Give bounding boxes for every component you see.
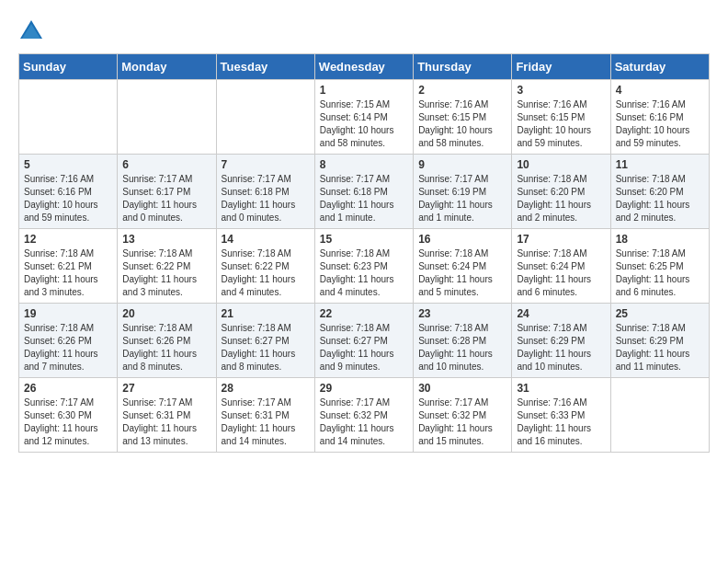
day-number: 31 <box>517 382 605 395</box>
day-number: 17 <box>517 233 605 246</box>
cell-info: Sunrise: 7:17 AMSunset: 6:18 PMDaylight:… <box>222 173 310 224</box>
cell-info: Sunrise: 7:16 AMSunset: 6:15 PMDaylight:… <box>517 98 605 150</box>
calendar-cell: 28Sunrise: 7:17 AMSunset: 6:31 PMDayligh… <box>216 378 314 453</box>
calendar-cell <box>118 80 216 155</box>
calendar-week-row: 19Sunrise: 7:18 AMSunset: 6:26 PMDayligh… <box>19 304 710 378</box>
cell-info: Sunrise: 7:17 AMSunset: 6:31 PMDaylight:… <box>122 396 210 448</box>
weekday-header: Saturday <box>610 54 709 80</box>
day-number: 12 <box>24 233 112 246</box>
day-number: 25 <box>616 307 704 320</box>
cell-info: Sunrise: 7:16 AMSunset: 6:15 PMDaylight:… <box>418 98 506 150</box>
cell-info: Sunrise: 7:18 AMSunset: 6:22 PMDaylight:… <box>222 247 310 299</box>
cell-info: Sunrise: 7:18 AMSunset: 6:27 PMDaylight:… <box>320 322 408 373</box>
calendar-cell: 8Sunrise: 7:17 AMSunset: 6:18 PMDaylight… <box>314 155 413 229</box>
day-number: 19 <box>24 307 112 320</box>
calendar-cell: 25Sunrise: 7:18 AMSunset: 6:29 PMDayligh… <box>610 304 709 378</box>
calendar-cell: 12Sunrise: 7:18 AMSunset: 6:21 PMDayligh… <box>19 229 118 304</box>
calendar-cell: 11Sunrise: 7:18 AMSunset: 6:20 PMDayligh… <box>610 155 709 229</box>
day-number: 18 <box>616 233 704 246</box>
cell-info: Sunrise: 7:17 AMSunset: 6:32 PMDaylight:… <box>418 396 506 448</box>
cell-info: Sunrise: 7:17 AMSunset: 6:19 PMDaylight:… <box>418 173 506 224</box>
day-number: 26 <box>24 382 112 395</box>
day-number: 2 <box>418 84 506 97</box>
cell-info: Sunrise: 7:18 AMSunset: 6:24 PMDaylight:… <box>418 247 506 299</box>
calendar-cell: 5Sunrise: 7:16 AMSunset: 6:16 PMDaylight… <box>19 155 118 229</box>
day-number: 6 <box>122 158 210 171</box>
day-number: 7 <box>222 158 310 171</box>
day-number: 14 <box>222 233 310 246</box>
calendar-table: SundayMondayTuesdayWednesdayThursdayFrid… <box>18 53 710 453</box>
cell-info: Sunrise: 7:16 AMSunset: 6:16 PMDaylight:… <box>616 98 704 150</box>
cell-info: Sunrise: 7:15 AMSunset: 6:14 PMDaylight:… <box>320 98 408 150</box>
calendar-cell: 10Sunrise: 7:18 AMSunset: 6:20 PMDayligh… <box>512 155 610 229</box>
day-number: 4 <box>616 84 704 97</box>
calendar-cell: 16Sunrise: 7:18 AMSunset: 6:24 PMDayligh… <box>414 229 512 304</box>
calendar-cell: 18Sunrise: 7:18 AMSunset: 6:25 PMDayligh… <box>610 229 709 304</box>
cell-info: Sunrise: 7:18 AMSunset: 6:29 PMDaylight:… <box>517 322 605 373</box>
day-number: 28 <box>222 382 310 395</box>
day-number: 5 <box>24 158 112 171</box>
day-number: 21 <box>222 307 310 320</box>
day-number: 16 <box>418 233 506 246</box>
day-number: 1 <box>320 84 408 97</box>
calendar-cell: 17Sunrise: 7:18 AMSunset: 6:24 PMDayligh… <box>512 229 610 304</box>
cell-info: Sunrise: 7:18 AMSunset: 6:29 PMDaylight:… <box>616 322 704 373</box>
day-number: 15 <box>320 233 408 246</box>
cell-info: Sunrise: 7:18 AMSunset: 6:20 PMDaylight:… <box>616 173 704 224</box>
calendar-cell: 13Sunrise: 7:18 AMSunset: 6:22 PMDayligh… <box>118 229 216 304</box>
calendar-week-row: 5Sunrise: 7:16 AMSunset: 6:16 PMDaylight… <box>19 155 710 229</box>
calendar-cell <box>216 80 314 155</box>
weekday-header: Thursday <box>414 54 512 80</box>
cell-info: Sunrise: 7:18 AMSunset: 6:21 PMDaylight:… <box>24 247 112 299</box>
cell-info: Sunrise: 7:18 AMSunset: 6:22 PMDaylight:… <box>122 247 210 299</box>
weekday-header: Friday <box>512 54 610 80</box>
day-number: 27 <box>122 382 210 395</box>
cell-info: Sunrise: 7:18 AMSunset: 6:20 PMDaylight:… <box>517 173 605 224</box>
cell-info: Sunrise: 7:18 AMSunset: 6:26 PMDaylight:… <box>24 322 112 373</box>
calendar-cell <box>19 80 118 155</box>
cell-info: Sunrise: 7:17 AMSunset: 6:30 PMDaylight:… <box>24 396 112 448</box>
cell-info: Sunrise: 7:16 AMSunset: 6:16 PMDaylight:… <box>24 173 112 224</box>
logo <box>18 18 48 44</box>
cell-info: Sunrise: 7:17 AMSunset: 6:32 PMDaylight:… <box>320 396 408 448</box>
cell-info: Sunrise: 7:18 AMSunset: 6:27 PMDaylight:… <box>222 322 310 373</box>
calendar-week-row: 1Sunrise: 7:15 AMSunset: 6:14 PMDaylight… <box>19 80 710 155</box>
day-number: 13 <box>122 233 210 246</box>
logo-icon <box>18 18 44 44</box>
calendar-cell: 4Sunrise: 7:16 AMSunset: 6:16 PMDaylight… <box>610 80 709 155</box>
calendar-cell: 26Sunrise: 7:17 AMSunset: 6:30 PMDayligh… <box>19 378 118 453</box>
calendar-cell: 20Sunrise: 7:18 AMSunset: 6:26 PMDayligh… <box>118 304 216 378</box>
calendar-cell: 1Sunrise: 7:15 AMSunset: 6:14 PMDaylight… <box>314 80 413 155</box>
cell-info: Sunrise: 7:17 AMSunset: 6:17 PMDaylight:… <box>122 173 210 224</box>
cell-info: Sunrise: 7:18 AMSunset: 6:25 PMDaylight:… <box>616 247 704 299</box>
calendar-cell: 30Sunrise: 7:17 AMSunset: 6:32 PMDayligh… <box>414 378 512 453</box>
day-number: 30 <box>418 382 506 395</box>
cell-info: Sunrise: 7:18 AMSunset: 6:24 PMDaylight:… <box>517 247 605 299</box>
cell-info: Sunrise: 7:18 AMSunset: 6:26 PMDaylight:… <box>122 322 210 373</box>
weekday-header: Sunday <box>19 54 118 80</box>
calendar-cell: 21Sunrise: 7:18 AMSunset: 6:27 PMDayligh… <box>216 304 314 378</box>
calendar-cell: 27Sunrise: 7:17 AMSunset: 6:31 PMDayligh… <box>118 378 216 453</box>
calendar-cell: 31Sunrise: 7:16 AMSunset: 6:33 PMDayligh… <box>512 378 610 453</box>
weekday-header: Tuesday <box>216 54 314 80</box>
day-number: 20 <box>122 307 210 320</box>
calendar-cell: 9Sunrise: 7:17 AMSunset: 6:19 PMDaylight… <box>414 155 512 229</box>
day-number: 8 <box>320 158 408 171</box>
weekday-header: Monday <box>118 54 216 80</box>
calendar-cell: 24Sunrise: 7:18 AMSunset: 6:29 PMDayligh… <box>512 304 610 378</box>
calendar-header-row: SundayMondayTuesdayWednesdayThursdayFrid… <box>19 54 710 80</box>
calendar-cell: 23Sunrise: 7:18 AMSunset: 6:28 PMDayligh… <box>414 304 512 378</box>
cell-info: Sunrise: 7:17 AMSunset: 6:18 PMDaylight:… <box>320 173 408 224</box>
weekday-header: Wednesday <box>314 54 413 80</box>
day-number: 3 <box>517 84 605 97</box>
cell-info: Sunrise: 7:16 AMSunset: 6:33 PMDaylight:… <box>517 396 605 448</box>
calendar-week-row: 26Sunrise: 7:17 AMSunset: 6:30 PMDayligh… <box>19 378 710 453</box>
calendar-cell: 19Sunrise: 7:18 AMSunset: 6:26 PMDayligh… <box>19 304 118 378</box>
calendar-cell: 6Sunrise: 7:17 AMSunset: 6:17 PMDaylight… <box>118 155 216 229</box>
calendar-cell: 22Sunrise: 7:18 AMSunset: 6:27 PMDayligh… <box>314 304 413 378</box>
cell-info: Sunrise: 7:17 AMSunset: 6:31 PMDaylight:… <box>222 396 310 448</box>
day-number: 22 <box>320 307 408 320</box>
page-header <box>18 18 710 44</box>
calendar-cell: 29Sunrise: 7:17 AMSunset: 6:32 PMDayligh… <box>314 378 413 453</box>
calendar-cell: 3Sunrise: 7:16 AMSunset: 6:15 PMDaylight… <box>512 80 610 155</box>
